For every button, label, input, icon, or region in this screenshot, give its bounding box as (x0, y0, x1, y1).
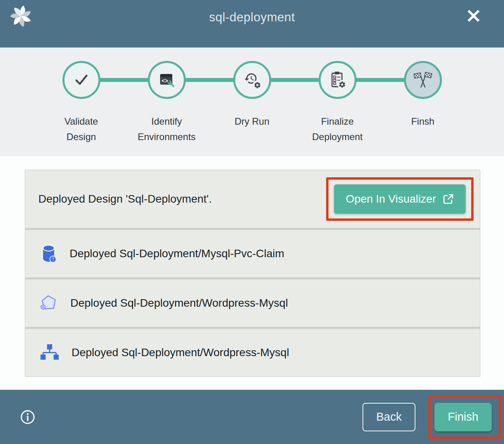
code-wrench-icon: <> (157, 70, 176, 89)
step-circle-validate-design (62, 61, 100, 99)
svg-text:?: ? (52, 257, 54, 262)
open-in-visualizer-label: Open In Visualizer (346, 193, 436, 205)
design-status-row: Deployed Design 'Sql-Deployment'. Open I… (25, 170, 480, 228)
result-row-storage: ? Deployed Sql-Deployment/Mysql-Pvc-Clai… (25, 230, 480, 277)
close-icon (466, 8, 481, 24)
results-panel: Deployed Design 'Sql-Deployment'. Open I… (0, 156, 504, 390)
info-icon (20, 410, 35, 425)
step-dry-run: Dry Run (210, 47, 295, 145)
step-identify-environments: <> Identify Environments (124, 47, 210, 145)
result-row-service: Deployed Sql-Deployment/Wordpress-Mysql (25, 279, 480, 327)
step-validate-design: Validate Design (39, 47, 124, 145)
design-status-text: Deployed Design 'Sql-Deployment'. (38, 193, 212, 205)
info-button[interactable] (20, 410, 35, 425)
step-label: Identify Environments (137, 114, 196, 145)
deployment-hierarchy-icon (40, 344, 59, 361)
clipboard-gear-icon (328, 70, 347, 89)
step-finalize-deployment: Finalize Deployment (295, 47, 380, 145)
close-button[interactable] (466, 8, 481, 24)
step-label: Finalize Deployment (308, 114, 367, 145)
deployment-stepper: Validate Design <> Identify Environments (0, 47, 504, 156)
step-circle-finish (404, 61, 442, 99)
step-label: Finsh (393, 114, 453, 129)
finish-button[interactable]: Finish (434, 403, 492, 431)
step-finish: Finsh (380, 47, 466, 145)
annotation-highlight-finish: Finish (428, 395, 501, 439)
external-link-icon (442, 194, 454, 205)
step-circle-finalize-deployment (319, 61, 357, 99)
back-button[interactable]: Back (362, 403, 415, 431)
checkered-flags-icon (413, 70, 432, 89)
history-gear-icon (243, 70, 262, 89)
dialog-footer: Back Finish (0, 390, 504, 444)
svg-text:<>: <> (161, 78, 168, 84)
result-row-text: Deployed Sql-Deployment/Mysql-Pvc-Claim (70, 247, 284, 260)
result-row-text: Deployed Sql-Deployment/Wordpress-Mysql (70, 297, 288, 309)
step-circle-identify-environments: <> (148, 61, 186, 99)
deployment-dialog: sql-deployment Validate Design (0, 0, 504, 444)
annotation-highlight-visualizer: Open In Visualizer (326, 177, 474, 221)
open-in-visualizer-button[interactable]: Open In Visualizer (334, 184, 466, 214)
result-row-text: Deployed Sql-Deployment/Wordpress-Mysql (72, 346, 289, 359)
dialog-header: sql-deployment (0, 0, 504, 47)
storage-database-icon: ? (40, 244, 57, 263)
step-circle-dry-run (233, 61, 271, 99)
check-icon (72, 70, 91, 89)
results-list: Deployed Design 'Sql-Deployment'. Open I… (25, 170, 480, 377)
service-pentagon-icon (40, 294, 58, 312)
result-row-deployment: Deployed Sql-Deployment/Wordpress-Mysql (25, 329, 480, 376)
step-label: Validate Design (52, 114, 111, 145)
dialog-title: sql-deployment (0, 10, 504, 25)
step-label: Dry Run (223, 114, 282, 129)
